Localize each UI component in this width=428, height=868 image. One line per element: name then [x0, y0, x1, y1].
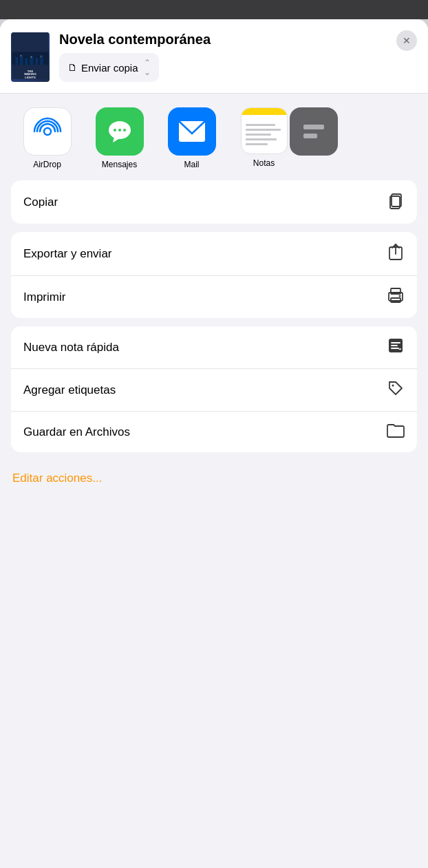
book-cover: THE WAKING LIGHTS [11, 32, 50, 82]
nota-rapida-label: Nueva nota rápida [23, 341, 119, 354]
print-icon [387, 287, 405, 307]
edit-actions-label: Editar acciones... [12, 472, 102, 485]
etiquetas-label: Agregar etiquetas [23, 383, 116, 397]
svg-rect-10 [41, 56, 41, 57]
book-title: Novela contemporánea [59, 32, 417, 47]
edit-actions[interactable]: Editar acciones... [0, 461, 428, 496]
action-group-2: Exportar y enviar Imprimir [11, 232, 417, 318]
action-exportar[interactable]: Exportar y enviar [11, 232, 417, 276]
svg-rect-3 [20, 54, 23, 65]
svg-point-18 [114, 129, 116, 131]
archivos-label: Guardar en Archivos [23, 425, 130, 439]
notas-line [246, 129, 281, 131]
mensajes-label: Mensajes [102, 160, 137, 169]
action-group-3: Nueva nota rápida Agregar etiquetas [11, 326, 417, 452]
action-archivos[interactable]: Guardar en Archivos [11, 412, 417, 452]
airdrop-label: AirDrop [33, 160, 61, 169]
chevron-icon: ⌃⌄ [144, 58, 151, 77]
app-item-airdrop[interactable]: AirDrop [11, 107, 83, 169]
app-item-mensajes[interactable]: Mensajes [83, 107, 156, 169]
imprimir-label: Imprimir [23, 290, 65, 304]
send-copy-button[interactable]: 🗋 Enviar copia ⌃⌄ [59, 53, 159, 82]
action-copiar[interactable]: Copiar [11, 180, 417, 224]
mensajes-icon [96, 107, 144, 156]
notas-label: Notas [253, 158, 275, 168]
action-group-1: Copiar [11, 180, 417, 224]
svg-rect-9 [31, 56, 32, 57]
exportar-label: Exportar y enviar [23, 247, 112, 261]
more-icon [290, 107, 338, 156]
close-button[interactable]: ✕ [396, 30, 417, 51]
notas-line [246, 143, 268, 145]
app-item-mail[interactable]: Mail [156, 107, 228, 169]
airdrop-icon [23, 107, 72, 156]
tag-icon [387, 380, 405, 400]
svg-point-15 [44, 128, 51, 135]
svg-point-36 [392, 385, 394, 387]
notas-line [246, 124, 275, 126]
document-icon: 🗋 [67, 62, 77, 73]
svg-rect-30 [391, 298, 400, 302]
svg-rect-4 [25, 58, 28, 64]
notas-icon [241, 107, 288, 154]
action-etiquetas[interactable]: Agregar etiquetas [11, 369, 417, 412]
close-icon: ✕ [403, 35, 411, 46]
top-bar [0, 0, 428, 19]
notas-lines [242, 115, 287, 154]
send-copy-label: Enviar copia [81, 62, 138, 74]
sheet-header: THE WAKING LIGHTS Novela contemporánea 🗋… [0, 19, 428, 94]
copiar-label: Copiar [23, 195, 58, 209]
folder-icon [387, 423, 405, 441]
action-nota-rapida[interactable]: Nueva nota rápida [11, 326, 417, 369]
svg-rect-6 [36, 57, 39, 64]
notas-line [246, 134, 272, 136]
action-imprimir[interactable]: Imprimir [11, 276, 417, 318]
svg-point-31 [399, 295, 401, 297]
app-item-more[interactable] [300, 107, 328, 169]
apps-row: AirDrop Mensajes [0, 94, 428, 180]
svg-point-19 [118, 129, 121, 131]
header-info: Novela contemporánea 🗋 Enviar copia ⌃⌄ [59, 32, 417, 82]
notas-top-stripe [242, 108, 287, 115]
quick-note-icon [387, 337, 405, 357]
export-icon [387, 243, 405, 264]
mail-label: Mail [184, 160, 199, 169]
svg-rect-8 [21, 55, 21, 56]
copy-icon [387, 191, 405, 213]
svg-rect-2 [15, 56, 18, 64]
svg-rect-23 [303, 134, 317, 138]
svg-text:LIGHTS: LIGHTS [25, 76, 36, 79]
share-sheet: THE WAKING LIGHTS Novela contemporánea 🗋… [0, 19, 428, 868]
svg-rect-22 [303, 125, 324, 129]
notas-line [246, 138, 277, 140]
svg-rect-7 [40, 55, 43, 65]
mail-icon [168, 107, 216, 156]
svg-point-20 [123, 129, 126, 131]
